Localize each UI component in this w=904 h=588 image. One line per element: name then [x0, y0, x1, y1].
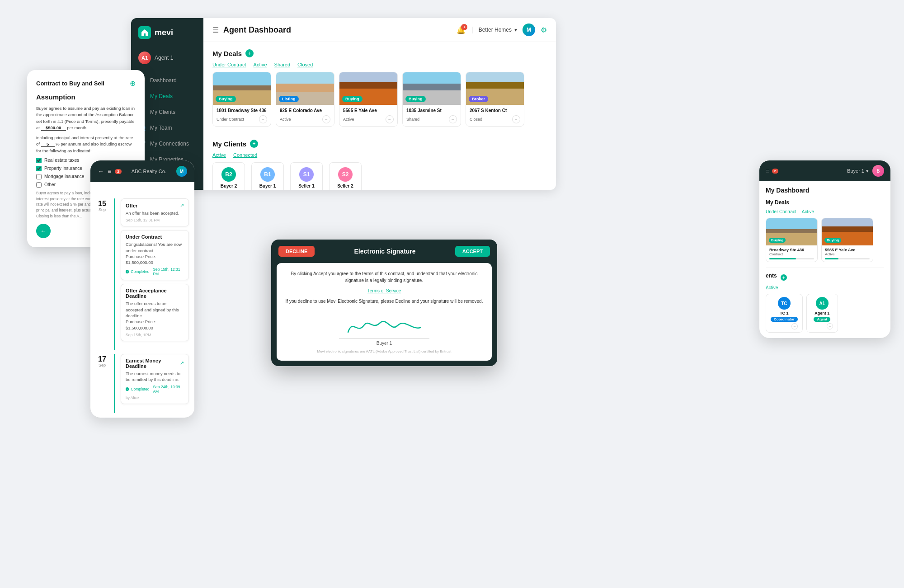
buyer-tab-active[interactable]: Active	[802, 209, 814, 214]
buyer-client-role-agent1: Agent	[814, 317, 830, 322]
buyer-client-avatar-agent1: A1	[816, 297, 829, 310]
deal-card-body-5: 2067 S Kenton Ct Closed −	[466, 105, 524, 126]
deal-tag-2: Listing	[279, 96, 299, 102]
gear-icon[interactable]: ⚙	[541, 26, 547, 34]
client-avatar-buyer1: B1	[260, 167, 275, 182]
deal-card-5[interactable]: Broker 2067 S Kenton Ct Closed −	[466, 72, 524, 127]
buyer-team-add[interactable]: +	[781, 274, 787, 281]
tl-item-offer-link[interactable]: ↗	[180, 202, 184, 208]
tl-item-uc-header: Under Contract	[126, 234, 184, 240]
buyer-team-header: ents +	[766, 273, 884, 282]
notification-bell[interactable]: 🔔 1	[457, 26, 466, 34]
deal-tag-4: Buying	[405, 96, 426, 102]
esig-tos-link[interactable]: Terms of Service	[367, 288, 401, 293]
buyer-tab-undercontract[interactable]: Under Contract	[766, 209, 796, 214]
esig-sig-area: Buyer 1	[284, 312, 485, 346]
buyer-menu-icon[interactable]: ≡	[766, 168, 769, 174]
esig-cert-text: Mevi electronic signatures are AATL (Ado…	[284, 349, 485, 353]
deal-card-4[interactable]: Buying 1035 Jasmine St Shared −	[402, 72, 461, 127]
buyer-deal-info-1: Broadway Ste 436 Contract	[766, 245, 817, 262]
timeline-logo: M	[176, 166, 187, 177]
top-bar: ☰ Agent Dashboard 🔔 1 | Better Homes ▾ M…	[203, 18, 556, 42]
tl-item-emd-link[interactable]: ↗	[180, 360, 184, 366]
deal-card-img-4: Buying	[403, 72, 461, 105]
buyer-client-tc1[interactable]: TC TC 1 Coordinator −	[766, 294, 803, 333]
notification-badge: 1	[461, 24, 467, 30]
buyer-deal-addr-2: 5565 E Yale Ave	[825, 248, 870, 252]
checkbox-property-insurance-input[interactable]	[36, 166, 42, 171]
sidebar-label-dashboard: Dashboard	[150, 77, 177, 84]
buyer-chevron-icon: ▾	[866, 168, 869, 174]
buyer-selector[interactable]: Buyer 1 ▾	[847, 168, 869, 174]
client-card-buyer1[interactable]: B1 Buyer 1 Buyer −	[251, 162, 284, 190]
client-name-seller2: Seller 2	[337, 183, 353, 188]
agent-name: Agent 1	[155, 55, 173, 61]
deal-card-status-2: Active −	[280, 115, 330, 123]
deal-card-address-5: 2067 S Kenton Ct	[470, 108, 520, 113]
client-card-seller1[interactable]: S1 Seller 1 Seller −	[290, 162, 323, 190]
buyer-minus-tc1[interactable]: −	[791, 323, 798, 329]
clients-section: My Clients + Active Connected B2 Buyer 2…	[212, 134, 547, 190]
filter-tab-undercontract[interactable]: Under Contract	[212, 62, 246, 67]
clients-filter-tabs: Active Connected	[212, 152, 547, 158]
tl-item-uc-time: Sep 15th, 12:31 PM	[153, 267, 184, 276]
tl-completed-label: Completed	[131, 269, 149, 274]
buyer-deal-card-1[interactable]: Buying Broadway Ste 436 Contract	[766, 218, 818, 262]
timeline-panel: ← ≡ 2 ABC Realty Co. M Timeline 15 Sep O…	[90, 160, 194, 418]
timeline-notif-badge: 2	[115, 169, 121, 174]
deal-minus-2[interactable]: −	[322, 115, 330, 123]
buyer-minus-agent1[interactable]: −	[827, 323, 833, 329]
tl-item-offer-time: Sep 15th, 12:31 PM	[126, 218, 184, 222]
filter-tab-active[interactable]: Active	[254, 62, 267, 67]
deal-minus-3[interactable]: −	[386, 115, 394, 123]
tl-item-offer-header: Offer ↗	[126, 202, 184, 208]
tl-item-undercontract: Under Contract Congratulations! You are …	[121, 230, 189, 280]
back-button[interactable]: ←	[36, 224, 51, 238]
filter-tab-shared[interactable]: Shared	[274, 62, 290, 67]
rate-input[interactable]	[41, 141, 55, 147]
checkbox-mortgage-insurance-input[interactable]	[36, 174, 42, 179]
esig-decline-button[interactable]: DECLINE	[278, 246, 315, 257]
contract-text-1: Buyer agrees to assume and pay an existi…	[36, 105, 136, 131]
amount-input[interactable]	[41, 125, 66, 131]
clients-tab-active[interactable]: Active	[212, 152, 226, 158]
checkbox-real-estate-label: Real estate taxes	[44, 158, 79, 163]
deal-minus-1[interactable]: −	[259, 115, 267, 123]
timeline-back-icon[interactable]: ←	[98, 168, 104, 175]
add-client-button[interactable]: +	[250, 140, 258, 148]
buyer-deal-tag-2: Buying	[824, 238, 841, 243]
clients-tab-connected[interactable]: Connected	[233, 152, 257, 158]
deal-card-3[interactable]: Buying 5565 E Yale Ave Active −	[339, 72, 398, 127]
buyer-deal-card-2[interactable]: Buying 5565 E Yale Ave Active	[821, 218, 873, 262]
hamburger-icon[interactable]: ☰	[212, 26, 219, 34]
client-card-buyer2[interactable]: B2 Buyer 2 Buyer −	[212, 162, 245, 190]
buyer-notif-badge: 2	[772, 169, 778, 174]
deal-card-address-3: 5565 E Yale Ave	[343, 108, 394, 113]
buyer-team-tab-active[interactable]: Active	[766, 285, 778, 290]
deal-card-1[interactable]: Buying 1801 Broadway Ste 436 Under Contr…	[212, 72, 271, 127]
status-text-3: Active	[343, 117, 354, 122]
esig-accept-button[interactable]: ACCEPT	[455, 246, 490, 257]
tl-item-oad-title: Offer Acceptance Deadline	[126, 288, 184, 299]
main-content-area: ☰ Agent Dashboard 🔔 1 | Better Homes ▾ M…	[203, 18, 556, 190]
client-card-seller2[interactable]: S2 Seller 2 Seller −	[329, 162, 362, 190]
filter-tab-closed[interactable]: Closed	[297, 62, 313, 67]
tl-emd-completed-label: Completed	[131, 387, 149, 391]
top-bar-right: 🔔 1 | Better Homes ▾ M ⚙	[457, 24, 547, 36]
deal-card-2[interactable]: Listing 925 E Colorado Ave Active −	[276, 72, 334, 127]
sidebar-label-mydeals: My Deals	[150, 93, 173, 99]
timeline-menu-icon[interactable]: ≡	[108, 168, 111, 175]
checkbox-other-input[interactable]	[36, 182, 42, 188]
buyer-team-row: TC TC 1 Coordinator − A1 Agent 1 Agent −	[766, 294, 884, 333]
sidebar-label-myteam: My Team	[150, 125, 172, 131]
add-deal-button[interactable]: +	[245, 49, 254, 57]
deal-card-img-1: Buying	[213, 72, 271, 105]
buyer-deals-title: My Deals	[766, 199, 884, 206]
company-selector[interactable]: Better Homes ▾	[479, 27, 517, 33]
buyer-client-agent1[interactable]: A1 Agent 1 Agent −	[806, 294, 838, 333]
contract-panel-close-icon[interactable]: ⊕	[130, 79, 136, 88]
deal-minus-5[interactable]: −	[512, 115, 520, 123]
esig-modal: DECLINE Electronic Signature ACCEPT By c…	[271, 240, 497, 366]
checkbox-real-estate-input[interactable]	[36, 158, 42, 163]
deal-minus-4[interactable]: −	[449, 115, 457, 123]
